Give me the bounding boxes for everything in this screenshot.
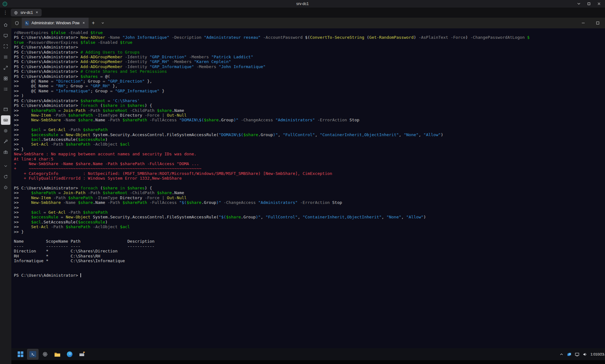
- toolbar-menu-button[interactable]: [1, 52, 10, 62]
- terminal-line: Name ScopeName Path Description: [14, 239, 605, 244]
- terminal-line: PS C:\Users\Administrator> foreach ($sha…: [14, 103, 605, 108]
- tab-dropdown-button[interactable]: [98, 21, 108, 25]
- home-icon: [3, 22, 8, 27]
- terminal-line: >>: [14, 123, 605, 127]
- toolbar-grid-button[interactable]: [1, 74, 10, 83]
- system-tray: 1:0 10/23/: [559, 352, 605, 357]
- terminal-line: PS C:\Users\Administrator> Add-ADGroupMe…: [14, 59, 605, 64]
- speaker-icon: [583, 352, 587, 357]
- terminal-minimize-button[interactable]: [576, 18, 590, 28]
- terminal-line: >> $acl = Get-Acl -Path $sharePath: [14, 127, 605, 132]
- terminal-line: PS C:\Users\Administrator> foreach ($sha…: [14, 186, 605, 190]
- taskbar-server-manager-button[interactable]: [77, 349, 87, 359]
- terminal-line: >> ): [14, 93, 605, 98]
- terminal-maximize-button[interactable]: [590, 18, 605, 28]
- toolbar-collapse-button[interactable]: [1, 161, 10, 171]
- tab-close-icon[interactable]: [35, 10, 39, 15]
- toolbar-disconnect-button[interactable]: [1, 183, 10, 192]
- windows-taskbar: 1:0 10/23/: [11, 348, 605, 360]
- terminal-line: + New-SmbShare -Name $share.Name -Path $…: [14, 161, 605, 166]
- toolbar-list-button[interactable]: [1, 84, 10, 94]
- terminal-line: PS C:\Users\Administrator> Add-ADGroupMe…: [14, 64, 605, 69]
- terminal-line: >> }: [14, 229, 605, 234]
- restore-icon: [587, 2, 591, 6]
- chevron-down-icon: [3, 164, 8, 169]
- toolbar-resize-button[interactable]: [1, 63, 10, 72]
- server-manager-icon: [79, 351, 85, 358]
- toolbar-fullscreen-button[interactable]: [1, 42, 10, 51]
- terminal-line: true -PasswordNeverExpires $false -Enabl…: [14, 40, 605, 45]
- terminal-titlebar: Administrator: Windows PowerShell +: [11, 18, 605, 28]
- toolbar-camera-button[interactable]: [1, 147, 10, 157]
- network-icon: [575, 352, 579, 357]
- terminal-output[interactable]: rdNeverExpires $false -Enabled $truePS C…: [11, 28, 605, 348]
- terminal-line: Direction * C:\Shares\Direction: [14, 249, 605, 253]
- terminal-line: [14, 181, 605, 186]
- terminal-tab[interactable]: Administrator: Windows PowerShell: [22, 18, 89, 28]
- power-icon: [3, 185, 8, 190]
- windows-logo-icon: [18, 351, 23, 357]
- taskbar-settings-button[interactable]: [40, 349, 50, 359]
- toolbar-home-button[interactable]: [1, 20, 10, 30]
- display-icon: [3, 33, 8, 38]
- terminal-line: >> $acl.SetAccessRule($accessRule): [14, 137, 605, 142]
- terminal-line: >> $sharePath = Join-Path -Path $shareRo…: [14, 108, 605, 113]
- terminal-line: At line:4 char:5: [14, 157, 605, 161]
- terminal-line: >> $sharePath = Join-Path -Path $shareRo…: [14, 190, 605, 195]
- window-minimize-button[interactable]: [577, 2, 581, 6]
- toolbar-settings-button[interactable]: [1, 126, 10, 136]
- terminal-line: [14, 268, 605, 273]
- clock-time: 1:0: [590, 352, 595, 356]
- new-tab-button[interactable]: +: [89, 20, 98, 26]
- terminal-tab-close-icon[interactable]: [82, 20, 85, 26]
- list-icon: [3, 87, 8, 92]
- toolbar-window-button[interactable]: [1, 105, 10, 114]
- settings-gear-icon: [3, 128, 8, 133]
- toolbar-tools-button[interactable]: [1, 137, 10, 146]
- terminal-line: >> New-Item -Path $sharePath -ItemType D…: [14, 113, 605, 118]
- close-icon: [597, 2, 601, 6]
- window-icon: [3, 107, 8, 112]
- terminal-line: [14, 234, 605, 239]
- taskbar-edge-button[interactable]: [64, 349, 75, 359]
- window-restore-button[interactable]: [587, 2, 591, 6]
- tray-network-button[interactable]: [575, 352, 579, 357]
- edge-icon: [66, 351, 73, 358]
- remote-viewer-window: srv-dc1 ⋮ srv-dc1: [0, 0, 605, 364]
- tray-volume-button[interactable]: [583, 352, 587, 357]
- connection-tab[interactable]: srv-dc1: [11, 9, 42, 16]
- terminal-line: >> Set-Acl -Path $sharePath -AclObject $…: [14, 142, 605, 147]
- terminal-line: >> Set-Acl -Path $sharePath -AclObject $…: [14, 224, 605, 229]
- tray-chevron-up-button[interactable]: [559, 352, 564, 356]
- terminal-line: >> New-SmbShare -Name $share.Name -Path …: [14, 200, 605, 205]
- window-close-button[interactable]: [597, 2, 601, 6]
- toolbar-keyboard-button[interactable]: [1, 115, 10, 125]
- window-titlebar: srv-dc1: [0, 0, 605, 8]
- terminal-line: Informatique * C:\Shares\Informatique: [14, 258, 605, 263]
- menu-lines-icon: [3, 55, 8, 60]
- terminal-line: >> $accessRule = New-Object System.Secur…: [14, 215, 605, 219]
- start-button[interactable]: [15, 349, 26, 359]
- terminal-line: PS C:\Users\Administrator> New-ADUser -N…: [14, 35, 605, 40]
- viewer-toolbar: [0, 18, 11, 364]
- window-title: srv-dc1: [0, 2, 605, 6]
- terminal-line: PS C:\Users\Administrator> # Create Shar…: [14, 69, 605, 74]
- screen-clipped-edge: [11, 360, 605, 364]
- terminal-line: >> $acl.SetAccessRule($accessRule): [14, 220, 605, 224]
- terminal-line: >> New-Item -Path $sharePath -ItemType D…: [14, 195, 605, 200]
- toolbar-display-button[interactable]: [1, 31, 10, 40]
- tools-wrench-icon: [3, 139, 8, 144]
- powershell-icon: [25, 21, 29, 26]
- taskbar-clock[interactable]: 1:0 10/23/: [590, 352, 604, 356]
- toolbar-refresh-button[interactable]: [1, 172, 10, 182]
- terminal-line: ---- --------- ---- -----------: [14, 244, 605, 249]
- terminal-line: rdNeverExpires $false -Enabled $true: [14, 30, 605, 35]
- terminal-line: >> $acl = Get-Acl -Path $sharePath: [14, 210, 605, 215]
- taskbar-powershell-button[interactable]: [27, 349, 38, 359]
- menu-kebab-icon[interactable]: ⋮: [0, 10, 11, 15]
- terminal-line: RH * C:\Shares\RH: [14, 254, 605, 258]
- powershell-icon: [29, 351, 36, 357]
- tray-app-button[interactable]: [567, 352, 572, 357]
- taskbar-explorer-button[interactable]: [52, 349, 63, 359]
- chevron-down-icon: [577, 2, 581, 6]
